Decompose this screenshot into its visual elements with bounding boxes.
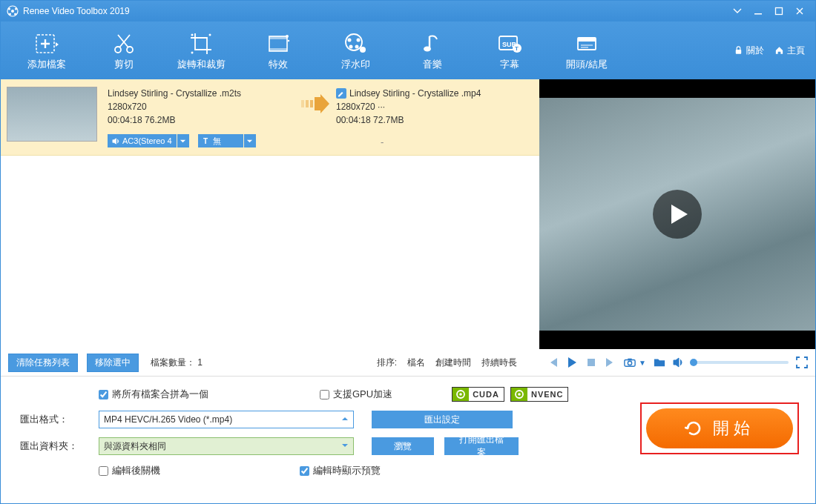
toolbar-rotate-crop[interactable]: 旋轉和裁剪 bbox=[162, 30, 240, 71]
start-button[interactable]: 開始 bbox=[646, 408, 793, 448]
file-count-value: 1 bbox=[197, 357, 203, 368]
chevron-down-icon bbox=[341, 441, 349, 451]
play-overlay-button[interactable] bbox=[653, 190, 702, 239]
shutdown-after-checkbox[interactable]: 編輯後關機 bbox=[99, 464, 160, 477]
video-preview[interactable] bbox=[539, 98, 815, 331]
home-link[interactable]: 主頁 bbox=[774, 44, 805, 57]
folder-combo[interactable]: 與源資料夾相同 bbox=[99, 437, 354, 455]
clear-list-button[interactable]: 清除任務列表 bbox=[8, 354, 78, 372]
svg-point-5 bbox=[14, 13, 16, 16]
crop-icon bbox=[162, 30, 240, 58]
svg-rect-31 bbox=[578, 38, 596, 42]
svg-point-2 bbox=[8, 8, 10, 10]
svg-point-11 bbox=[191, 34, 194, 36]
gpu-icon bbox=[511, 388, 527, 401]
snapshot-dropdown[interactable]: ▼ bbox=[639, 359, 646, 367]
browse-button[interactable]: 瀏覽 bbox=[372, 437, 434, 455]
open-export-folder-button[interactable]: 打開匯出檔案 bbox=[444, 437, 519, 455]
audio-track-select[interactable]: AC3(Stereo 4 bbox=[108, 134, 189, 147]
minimize-button[interactable] bbox=[748, 4, 768, 19]
video-thumbnail bbox=[7, 87, 97, 142]
toolbar-subtitle[interactable]: SUBT 字幕 bbox=[471, 30, 548, 71]
chevron-down-icon bbox=[244, 134, 256, 147]
toolbar-watermark[interactable]: 浮水印 bbox=[317, 30, 394, 71]
toolbar-label: 浮水印 bbox=[317, 58, 394, 71]
file-list: Lindsey Stirling - Crystallize .m2ts 128… bbox=[1, 79, 539, 349]
maximize-button[interactable] bbox=[769, 4, 789, 19]
svg-rect-6 bbox=[754, 13, 762, 15]
chevron-up-icon bbox=[341, 414, 349, 425]
svg-point-3 bbox=[15, 8, 17, 10]
speaker-icon bbox=[112, 137, 120, 145]
svg-rect-34 bbox=[301, 100, 304, 107]
lock-icon bbox=[734, 46, 743, 56]
prev-button[interactable] bbox=[547, 357, 559, 368]
edit-icon[interactable] bbox=[336, 88, 346, 99]
close-button[interactable] bbox=[790, 4, 809, 19]
svg-point-13 bbox=[191, 52, 194, 54]
toolbar-cut[interactable]: 剪切 bbox=[85, 30, 162, 71]
sort-by-created[interactable]: 創建時間 bbox=[435, 357, 471, 369]
stop-button[interactable] bbox=[585, 357, 597, 368]
output-resolution: 1280x720 ··· bbox=[336, 100, 533, 113]
preview-on-edit-checkbox[interactable]: 編輯時顯示預覽 bbox=[300, 464, 381, 477]
gpu-icon bbox=[453, 388, 469, 401]
output-extra: - bbox=[336, 136, 533, 149]
about-link[interactable]: 關於 bbox=[734, 44, 764, 57]
fullscreen-button[interactable] bbox=[796, 357, 808, 368]
sort-by-name[interactable]: 檔名 bbox=[407, 357, 425, 369]
sort-by-duration[interactable]: 持續時長 bbox=[481, 357, 517, 369]
play-button[interactable] bbox=[566, 357, 578, 368]
svg-rect-36 bbox=[310, 100, 313, 107]
svg-point-20 bbox=[348, 39, 352, 42]
open-folder-button[interactable] bbox=[654, 357, 665, 368]
svg-point-43 bbox=[459, 393, 462, 396]
subtitle-track-select[interactable]: T無 bbox=[198, 134, 256, 147]
cuda-badge: CUDA bbox=[452, 387, 504, 402]
toolbar-label: 旋轉和裁剪 bbox=[162, 58, 240, 71]
svg-point-4 bbox=[9, 13, 11, 16]
svg-rect-15 bbox=[269, 36, 287, 39]
svg-point-21 bbox=[357, 39, 361, 42]
svg-rect-32 bbox=[736, 50, 741, 54]
intro-icon bbox=[548, 30, 625, 58]
source-duration-size: 00:04:18 76.2MB bbox=[108, 113, 300, 127]
svg-rect-16 bbox=[269, 48, 287, 51]
add-file-icon bbox=[8, 30, 85, 58]
subtitle-icon: SUBT bbox=[471, 30, 548, 58]
svg-rect-41 bbox=[628, 359, 631, 361]
remove-selected-button[interactable]: 移除選中 bbox=[87, 354, 139, 372]
svg-rect-7 bbox=[776, 8, 783, 15]
refresh-icon bbox=[685, 420, 703, 437]
toolbar-label: 音樂 bbox=[394, 58, 471, 71]
svg-point-23 bbox=[355, 45, 359, 49]
source-filename: Lindsey Stirling - Crystallize .m2ts bbox=[108, 87, 300, 100]
toolbar-effects[interactable]: 特效 bbox=[240, 30, 317, 71]
snapshot-button[interactable] bbox=[624, 357, 636, 368]
format-combo[interactable]: MP4 HEVC/H.265 Video (*.mp4) bbox=[99, 411, 354, 428]
next-button[interactable] bbox=[605, 357, 616, 368]
toolbar-music[interactable]: 音樂 bbox=[394, 30, 471, 71]
svg-text:T: T bbox=[203, 137, 208, 145]
arrow-right-icon bbox=[300, 87, 330, 149]
output-filename: Lindsey Stirling - Crystallize .mp4 bbox=[349, 87, 481, 100]
preview-panel bbox=[539, 79, 815, 349]
file-row[interactable]: Lindsey Stirling - Crystallize .m2ts 128… bbox=[1, 79, 539, 156]
toolbar-intro-outro[interactable]: 開頭/結尾 bbox=[548, 30, 625, 71]
merge-all-checkbox[interactable]: 將所有檔案合拼為一個 bbox=[99, 388, 208, 401]
svg-point-45 bbox=[518, 393, 521, 396]
file-count-label: 檔案數量： bbox=[151, 357, 195, 368]
format-label: 匯出格式： bbox=[20, 413, 91, 426]
export-settings-button[interactable]: 匯出設定 bbox=[372, 411, 513, 428]
svg-rect-38 bbox=[588, 359, 595, 366]
volume-slider[interactable] bbox=[692, 361, 789, 364]
gpu-accel-checkbox[interactable]: 支援GPU加速 bbox=[320, 388, 392, 401]
svg-point-1 bbox=[11, 10, 14, 13]
toolbar-label: 開頭/結尾 bbox=[548, 58, 625, 71]
svg-point-24 bbox=[360, 47, 366, 53]
svg-point-17 bbox=[286, 35, 289, 38]
svg-point-22 bbox=[349, 45, 353, 49]
toolbar-add-file[interactable]: 添加檔案 bbox=[8, 30, 85, 71]
volume-button[interactable] bbox=[673, 357, 685, 368]
collapse-button[interactable] bbox=[728, 4, 747, 19]
